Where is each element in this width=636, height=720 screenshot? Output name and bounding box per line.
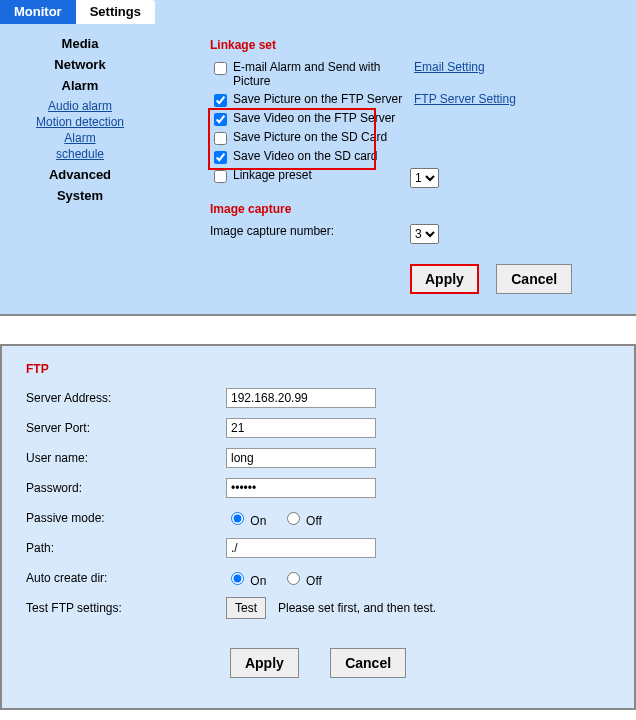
linkage-preset-label: Linkage preset xyxy=(233,168,312,182)
password-label: Password: xyxy=(26,481,226,495)
auto-on-option[interactable]: On xyxy=(226,574,266,588)
server-port-label: Server Port: xyxy=(26,421,226,435)
auto-create-dir-group: On Off xyxy=(226,569,334,588)
user-name-label: User name: xyxy=(26,451,226,465)
server-port-input[interactable] xyxy=(226,418,376,438)
ftp-title: FTP xyxy=(26,362,610,376)
path-input[interactable] xyxy=(226,538,376,558)
linkage-preset-select[interactable]: 1 xyxy=(410,168,439,188)
ftp-video-option[interactable]: Save Video on the FTP Server xyxy=(210,111,410,126)
user-name-input[interactable] xyxy=(226,448,376,468)
sidebar-item-network[interactable]: Network xyxy=(0,57,160,72)
top-button-row: Apply Cancel xyxy=(410,264,572,294)
sidebar-item-advanced[interactable]: Advanced xyxy=(0,167,160,182)
passive-mode-label: Passive mode: xyxy=(26,511,226,525)
on-label-2: On xyxy=(250,574,266,588)
server-address-label: Server Address: xyxy=(26,391,226,405)
email-alarm-checkbox[interactable] xyxy=(214,62,227,75)
password-input[interactable] xyxy=(226,478,376,498)
server-address-input[interactable] xyxy=(226,388,376,408)
linkage-content: Linkage set E-mail Alarm and Send with P… xyxy=(160,30,582,294)
test-message: Please set first, and then test. xyxy=(278,601,436,615)
ftp-panel: FTP Server Address: Server Port: User na… xyxy=(0,344,636,710)
sd-picture-option[interactable]: Save Picture on the SD Card xyxy=(210,130,410,145)
off-label-2: Off xyxy=(306,574,322,588)
image-capture-title: Image capture xyxy=(210,202,572,216)
sidebar: Media Network Alarm Audio alarm Motion d… xyxy=(0,30,160,294)
sidebar-item-alarm[interactable]: Alarm xyxy=(0,78,160,93)
ftp-picture-checkbox[interactable] xyxy=(214,94,227,107)
ftp-cancel-button[interactable]: Cancel xyxy=(330,648,406,678)
passive-on-radio[interactable] xyxy=(231,512,244,525)
tab-monitor[interactable]: Monitor xyxy=(0,0,76,24)
sidebar-link-schedule[interactable]: schedule xyxy=(0,147,160,161)
on-label: On xyxy=(250,514,266,528)
linkage-preset-option[interactable]: Linkage preset xyxy=(210,168,410,183)
passive-off-option[interactable]: Off xyxy=(282,514,322,528)
email-alarm-label: E-mail Alarm and Send with Picture xyxy=(233,60,410,88)
sd-video-checkbox[interactable] xyxy=(214,151,227,164)
auto-off-option[interactable]: Off xyxy=(282,574,322,588)
linkage-set-title: Linkage set xyxy=(210,38,572,52)
auto-on-radio[interactable] xyxy=(231,572,244,585)
ftp-button-row: Apply Cancel xyxy=(26,648,610,678)
ftp-video-label: Save Video on the FTP Server xyxy=(233,111,395,125)
top-tabs: Monitor Settings xyxy=(0,0,636,24)
passive-mode-group: On Off xyxy=(226,509,334,528)
test-button[interactable]: Test xyxy=(226,597,266,619)
alarm-settings-panel: Monitor Settings Media Network Alarm Aud… xyxy=(0,0,636,316)
sd-video-option[interactable]: Save Video on the SD card xyxy=(210,149,410,164)
linkage-preset-checkbox[interactable] xyxy=(214,170,227,183)
ftp-picture-label: Save Picture on the FTP Server xyxy=(233,92,402,106)
ftp-apply-button[interactable]: Apply xyxy=(230,648,299,678)
ftp-picture-option[interactable]: Save Picture on the FTP Server xyxy=(210,92,410,107)
image-capture-label: Image capture number: xyxy=(210,224,334,238)
sd-picture-checkbox[interactable] xyxy=(214,132,227,145)
auto-off-radio[interactable] xyxy=(287,572,300,585)
sd-picture-label: Save Picture on the SD Card xyxy=(233,130,387,144)
test-ftp-label: Test FTP settings: xyxy=(26,601,226,615)
email-alarm-option[interactable]: E-mail Alarm and Send with Picture xyxy=(210,60,410,88)
auto-create-dir-label: Auto create dir: xyxy=(26,571,226,585)
ftp-video-checkbox[interactable] xyxy=(214,113,227,126)
passive-off-radio[interactable] xyxy=(287,512,300,525)
tab-settings[interactable]: Settings xyxy=(76,0,155,24)
sidebar-link-alarm[interactable]: Alarm xyxy=(0,131,160,145)
ftp-server-setting-link[interactable]: FTP Server Setting xyxy=(414,92,516,106)
cancel-button[interactable]: Cancel xyxy=(496,264,572,294)
apply-button[interactable]: Apply xyxy=(410,264,479,294)
passive-on-option[interactable]: On xyxy=(226,514,266,528)
path-label: Path: xyxy=(26,541,226,555)
sidebar-item-system[interactable]: System xyxy=(0,188,160,203)
image-capture-select[interactable]: 3 xyxy=(410,224,439,244)
off-label: Off xyxy=(306,514,322,528)
sidebar-link-motion-detection[interactable]: Motion detection xyxy=(0,115,160,129)
sidebar-item-media[interactable]: Media xyxy=(0,36,160,51)
email-setting-link[interactable]: Email Setting xyxy=(414,60,485,74)
sd-video-label: Save Video on the SD card xyxy=(233,149,378,163)
sidebar-link-audio-alarm[interactable]: Audio alarm xyxy=(0,99,160,113)
